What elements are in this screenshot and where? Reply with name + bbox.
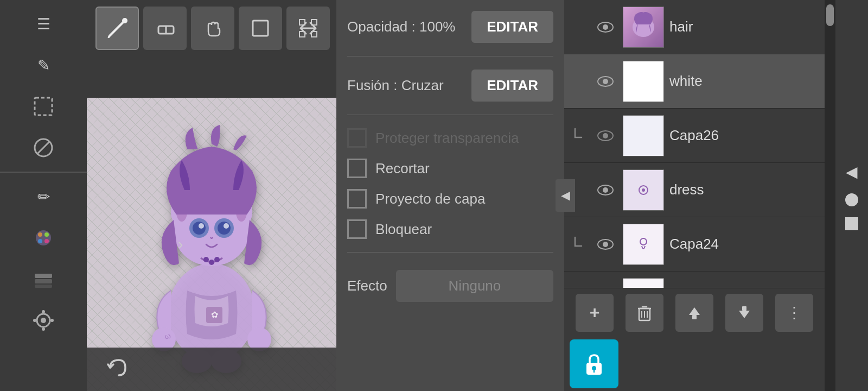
divider-1 xyxy=(347,56,553,56)
add-layer-button[interactable]: + xyxy=(576,294,614,332)
crop-row: Recortar xyxy=(347,159,553,178)
undo-button[interactable] xyxy=(98,353,136,386)
opacity-edit-button[interactable]: EDITAR xyxy=(471,11,553,43)
layer-item-white[interactable]: white xyxy=(564,54,825,109)
svg-rect-87 xyxy=(742,306,746,311)
capa26-indent xyxy=(571,127,588,145)
layer-item-hair[interactable]: hair xyxy=(564,0,825,54)
hand-tool[interactable] xyxy=(191,7,234,50)
svg-point-5 xyxy=(44,232,49,237)
tool-group xyxy=(95,7,330,50)
slider-square[interactable] xyxy=(845,217,858,230)
capa24-thumbnail xyxy=(623,224,664,265)
menu-icon[interactable]: ☰ xyxy=(24,4,63,43)
svg-point-89 xyxy=(592,366,596,370)
svg-point-59 xyxy=(209,260,214,265)
canvas-area[interactable]: ✿ ω › xyxy=(87,98,336,391)
svg-line-17 xyxy=(110,21,125,36)
edit-document-icon[interactable]: ✎ xyxy=(24,46,63,85)
effect-row: Efecto Ninguno xyxy=(347,270,553,302)
right-panel: hair white xyxy=(564,0,825,391)
transform-tool[interactable] xyxy=(286,7,330,50)
svg-point-18 xyxy=(122,18,127,23)
layer-toolbar: + xyxy=(564,288,825,337)
canvas-bottom-bar xyxy=(87,348,336,391)
left-sidebar: ☰ ✎ ✏ xyxy=(0,0,87,391)
divider-3 xyxy=(347,252,553,253)
svg-point-76 xyxy=(603,242,608,247)
layers-icon[interactable] xyxy=(24,260,63,299)
brush-tool[interactable] xyxy=(95,7,139,50)
layer-item-capa26[interactable]: Capa26 xyxy=(564,109,825,163)
project-layer-label: Proyecto de capa xyxy=(375,191,485,207)
svg-rect-10 xyxy=(35,285,52,288)
svg-point-14 xyxy=(50,319,54,322)
scrollbar-thumb[interactable] xyxy=(826,4,834,26)
selection-rect-tool[interactable] xyxy=(239,7,282,50)
palette-icon[interactable] xyxy=(24,218,63,257)
white-thumbnail xyxy=(623,61,664,102)
layer-list: hair white xyxy=(564,0,825,288)
svg-rect-21 xyxy=(253,21,268,36)
layer-item-capa23[interactable]: Capa23 xyxy=(564,272,825,288)
block-label: Bloquear xyxy=(375,221,432,238)
middle-panel: Opacidad : 100% EDITAR Fusión : Cruzar E… xyxy=(336,0,564,391)
settings-icon[interactable] xyxy=(24,301,63,340)
capa26-thumbnail xyxy=(623,115,664,156)
layer-item-dress[interactable]: dress xyxy=(564,163,825,217)
svg-point-51 xyxy=(218,222,231,235)
block-row: Bloquear xyxy=(347,219,553,239)
svg-point-53 xyxy=(224,223,229,229)
protect-transparency-checkbox[interactable] xyxy=(347,128,367,148)
effect-value[interactable]: Ninguno xyxy=(396,270,553,302)
capa24-visibility-toggle[interactable] xyxy=(593,232,617,256)
lock-icon xyxy=(582,352,606,376)
crop-checkbox[interactable] xyxy=(347,159,367,178)
far-right-panel: ◀ xyxy=(835,0,868,391)
layers-scrollbar[interactable] xyxy=(825,0,835,391)
capa26-visibility-toggle[interactable] xyxy=(593,124,617,148)
navigate-right-arrow[interactable]: › xyxy=(178,236,183,253)
dress-layer-name: dress xyxy=(669,181,818,198)
collapse-panel-arrow[interactable]: ◀ xyxy=(556,179,575,212)
svg-rect-9 xyxy=(35,279,52,283)
more-options-button[interactable]: ⋮ xyxy=(775,294,813,332)
erase-icon[interactable] xyxy=(24,128,63,167)
svg-point-50 xyxy=(193,222,206,235)
divider-2 xyxy=(347,115,553,115)
svg-point-3 xyxy=(36,230,51,245)
arrow-down-icon xyxy=(735,303,754,323)
white-visibility-toggle[interactable] xyxy=(593,70,617,93)
svg-point-60 xyxy=(214,257,220,262)
fusion-edit-button[interactable]: EDITAR xyxy=(471,70,553,102)
hair-visibility-toggle[interactable] xyxy=(593,15,617,39)
main-area: ESTABILIZA CIÓN 10 Regla off xyxy=(87,0,336,391)
block-checkbox[interactable] xyxy=(347,219,367,239)
lock-row xyxy=(564,337,825,391)
move-layer-down-button[interactable] xyxy=(725,294,763,332)
move-layer-up-button[interactable] xyxy=(675,294,713,332)
svg-point-7 xyxy=(44,239,49,243)
selection-icon[interactable] xyxy=(24,87,63,126)
project-layer-checkbox[interactable] xyxy=(347,189,367,209)
eraser-tool[interactable] xyxy=(143,7,187,50)
fusion-row: Fusión : Cruzar EDITAR xyxy=(347,70,553,102)
dress-visibility-toggle[interactable] xyxy=(593,178,617,202)
add-icon: + xyxy=(590,302,600,323)
svg-point-6 xyxy=(38,239,42,243)
canvas-content: ✿ ω xyxy=(87,98,336,391)
pencil-icon[interactable]: ✏ xyxy=(24,177,63,216)
svg-point-68 xyxy=(603,79,608,84)
collapse-right-button[interactable]: ◀ xyxy=(841,161,863,182)
white-layer-name: white xyxy=(669,73,818,90)
project-layer-row: Proyecto de capa xyxy=(347,189,553,209)
lock-button[interactable] xyxy=(570,339,618,388)
dress-thumbnail xyxy=(623,169,664,211)
svg-point-77 xyxy=(640,238,647,245)
delete-layer-button[interactable] xyxy=(626,294,663,332)
opacity-row: Opacidad : 100% EDITAR xyxy=(347,11,553,43)
svg-text:✿: ✿ xyxy=(211,310,218,319)
layer-item-capa24[interactable]: Capa24 xyxy=(564,217,825,272)
slider-circle[interactable] xyxy=(845,193,858,206)
trash-icon xyxy=(635,303,654,323)
